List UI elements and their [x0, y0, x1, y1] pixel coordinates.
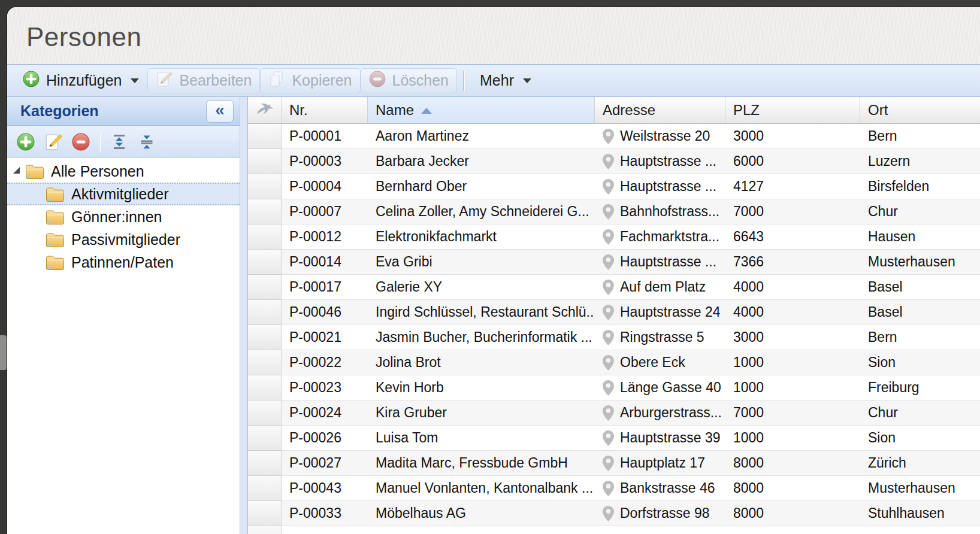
table-row[interactable]: P-00023Kevin Horb Länge Gasse 401000Frei… — [248, 375, 980, 400]
row-drag-handle[interactable] — [248, 375, 282, 400]
edit-category-button[interactable] — [44, 133, 62, 151]
tree-item-label: Alle Personen — [51, 163, 144, 180]
row-drag-handle[interactable] — [248, 275, 282, 300]
expand-all-button[interactable] — [110, 133, 128, 151]
row-drag-handle[interactable] — [248, 149, 282, 174]
location-pin-icon[interactable] — [603, 481, 614, 496]
cell-plz: 8000 — [725, 451, 860, 475]
row-drag-handle[interactable] — [248, 451, 282, 476]
tree-item-label: Passivmitglieder — [71, 231, 180, 248]
cell-ort: Bern — [860, 124, 980, 148]
location-pin-icon[interactable] — [603, 355, 614, 371]
copy-button[interactable]: Kopieren — [260, 68, 360, 93]
location-pin-icon[interactable] — [603, 129, 614, 144]
row-drag-handle[interactable] — [248, 199, 282, 224]
cell-adresse: Ringstrasse 5 — [595, 325, 725, 350]
tree-item-label: Patinnen/Paten — [71, 254, 174, 271]
table-row[interactable] — [248, 526, 980, 534]
panel-splitter[interactable] — [240, 97, 248, 534]
row-drag-handle[interactable] — [248, 426, 282, 451]
location-pin-icon[interactable] — [603, 254, 614, 270]
row-drag-handle[interactable] — [248, 476, 282, 501]
row-drag-handle[interactable] — [248, 400, 282, 426]
column-header-name[interactable]: Name — [368, 97, 595, 123]
column-header-plz[interactable]: PLZ — [725, 97, 860, 123]
collapse-all-button[interactable] — [138, 133, 156, 151]
more-button-label: Mehr — [480, 72, 514, 89]
address-text: Arburgerstrass... — [620, 405, 722, 421]
table-row[interactable]: P-00022Jolina Brot Obere Eck1000Sion — [248, 350, 980, 375]
toolbar-separator — [463, 71, 464, 91]
table-row[interactable]: P-00043Manuel Vonlanten, Kantonalbank ..… — [248, 476, 980, 501]
delete-button[interactable]: Löschen — [361, 68, 458, 93]
location-pin-icon[interactable] — [603, 405, 614, 421]
delete-category-button[interactable] — [72, 133, 90, 151]
location-pin-icon[interactable] — [603, 330, 614, 345]
location-pin-icon[interactable] — [603, 229, 614, 245]
location-pin-icon[interactable] — [603, 380, 614, 396]
row-drag-handle[interactable] — [248, 224, 282, 250]
location-pin-icon[interactable] — [603, 456, 614, 471]
add-button[interactable]: Hinzufügen — [14, 68, 147, 93]
table-row[interactable]: P-00046Ingird Schlüssel, Restaurant Schl… — [248, 300, 980, 325]
table-row[interactable]: P-00017Galerie XY Auf dem Platz4000Basel — [248, 275, 980, 300]
row-drag-handle[interactable] — [248, 174, 282, 199]
address-text: Auf dem Platz — [620, 279, 706, 295]
sidebar-item-goenner-innen[interactable]: Gönner:innen — [7, 205, 240, 228]
tree-item-label: Aktivmitglieder — [71, 186, 169, 203]
row-drag-handle[interactable] — [248, 300, 282, 325]
table-row[interactable]: P-00004Bernhard Ober Hauptstrasse ...412… — [248, 174, 980, 199]
sidebar-item-passivmitglieder[interactable]: Passivmitglieder — [7, 228, 240, 251]
cell-plz: 1000 — [725, 426, 860, 450]
more-button[interactable]: Mehr — [471, 68, 540, 93]
table-row[interactable]: P-00027Madita Marc, Fressbude GmbH Haupt… — [248, 451, 980, 476]
cell-nr: P-00001 — [282, 124, 368, 148]
collapse-panel-button[interactable]: « — [206, 100, 234, 123]
location-pin-icon[interactable] — [603, 280, 614, 295]
column-header-adresse[interactable]: Adresse — [595, 97, 725, 123]
cell-adresse: Arburgerstrass... — [595, 400, 725, 425]
column-header-ort[interactable]: Ort — [860, 97, 980, 123]
persons-grid: Nr. Name Adresse PLZ Ort — [248, 97, 980, 534]
column-header-nr[interactable]: Nr. — [282, 97, 368, 123]
table-row[interactable]: P-00014Eva Gribi Hauptstrasse ...7366Mus… — [248, 250, 980, 275]
cell-name: Eva Gribi — [368, 250, 595, 274]
table-row[interactable]: P-00012Elektronikfachmarkt Fachmarktstra… — [248, 224, 980, 250]
cell-plz: 7000 — [725, 199, 860, 224]
column-label: Ort — [868, 102, 888, 119]
add-category-button[interactable] — [17, 133, 35, 151]
column-label: Name — [376, 102, 414, 119]
toolbar-separator — [99, 132, 101, 151]
row-drag-handle[interactable] — [248, 501, 282, 526]
cell-nr: P-00017 — [282, 275, 368, 299]
table-row[interactable]: P-00003Barbara Jecker Hauptstrasse ...60… — [248, 149, 980, 174]
row-drag-handle[interactable] — [248, 124, 282, 149]
tree-expander-icon[interactable] — [13, 167, 20, 174]
cell-nr: P-00003 — [282, 149, 368, 174]
table-row[interactable]: P-00021Jasmin Bucher, Bucherinformatik .… — [248, 325, 980, 350]
column-header-handle[interactable] — [248, 97, 282, 123]
row-drag-handle[interactable] — [248, 350, 282, 375]
sidebar-item-patinnen-paten[interactable]: Patinnen/Paten — [7, 251, 240, 274]
table-row[interactable]: P-00026Luisa Tom Hauptstrasse 391000Sion — [248, 426, 980, 451]
sidebar-item-aktivmitglieder[interactable]: Aktivmitglieder — [7, 183, 240, 205]
row-drag-handle[interactable] — [248, 325, 282, 350]
location-pin-icon[interactable] — [603, 305, 614, 320]
location-pin-icon[interactable] — [603, 154, 614, 169]
edit-button[interactable]: Bearbeiten — [147, 68, 260, 93]
tree-item-alle-personen[interactable]: Alle Personen — [7, 160, 240, 183]
categories-title: Kategorien — [20, 102, 99, 120]
cell-adresse: Bankstrasse 46 — [595, 476, 725, 500]
folder-icon — [46, 186, 65, 202]
table-row[interactable]: P-00024Kira Gruber Arburgerstrass...7000… — [248, 400, 980, 426]
location-pin-icon[interactable] — [603, 204, 614, 220]
location-pin-icon[interactable] — [603, 430, 614, 446]
table-row[interactable]: P-00033Möbelhaus AG Dorfstrasse 988000St… — [248, 501, 980, 526]
location-pin-icon[interactable] — [603, 506, 614, 521]
row-drag-handle[interactable] — [248, 526, 282, 534]
cell-name: Madita Marc, Fressbude GmbH — [368, 451, 595, 475]
location-pin-icon[interactable] — [603, 179, 614, 195]
row-drag-handle[interactable] — [248, 250, 282, 275]
table-row[interactable]: P-00001Aaron Martinez Weilstrasse 203000… — [248, 124, 980, 149]
table-row[interactable]: P-00007Celina Zoller, Amy Schneiderei G.… — [248, 199, 980, 224]
